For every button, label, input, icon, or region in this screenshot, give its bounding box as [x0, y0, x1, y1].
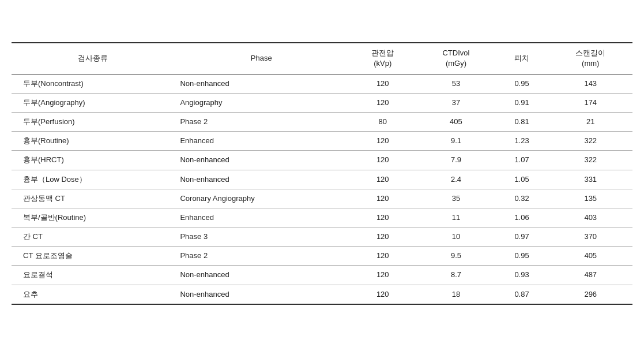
cell-phase: Phase 3 [174, 227, 348, 247]
col-sub: (mGy) [446, 59, 466, 68]
cell-pitch: 1.07 [495, 151, 549, 170]
col-sub: (mm) [582, 59, 599, 68]
col-label: 스캔길이 [575, 48, 605, 57]
table-row: 요추Non-enhanced120180.87296 [12, 285, 632, 304]
cell-exam: 흉부（Low Dose） [12, 170, 174, 189]
table-row: 흉부（Low Dose）Non-enhanced1202.41.05331 [12, 170, 632, 189]
cell-kvp: 120 [348, 266, 417, 285]
table-row: 두부(Perfusion)Phase 2804050.8121 [12, 112, 632, 131]
cell-exam: 간 CT [12, 227, 174, 247]
cell-phase: Angiography [174, 93, 348, 112]
col-header-exam: 검사종류 [12, 43, 174, 74]
table-row: 복부/골반(Routine)Enhanced120111.06403 [12, 208, 632, 227]
table-row: 두부(Noncontrast)Non-enhanced120530.95143 [12, 74, 632, 93]
cell-pitch: 1.06 [495, 208, 549, 227]
cell-scan: 322 [549, 151, 632, 170]
table-row: 흉부(Routine)Enhanced1209.11.23322 [12, 132, 632, 151]
cell-scan: 370 [549, 227, 632, 247]
cell-scan: 487 [549, 266, 632, 285]
cell-pitch: 0.93 [495, 266, 549, 285]
cell-exam: 흉부(Routine) [12, 132, 174, 151]
table-row: CT 요로조영술Phase 21209.50.95405 [12, 247, 632, 266]
cell-kvp: 120 [348, 74, 417, 93]
cell-ctdivol: 9.1 [417, 132, 495, 151]
col-header-phase: Phase [174, 43, 348, 74]
cell-pitch: 1.05 [495, 170, 549, 189]
cell-kvp: 120 [348, 93, 417, 112]
cell-kvp: 120 [348, 285, 417, 304]
cell-phase: Coronary Angiography [174, 189, 348, 208]
cell-ctdivol: 10 [417, 227, 495, 247]
cell-ctdivol: 53 [417, 74, 495, 93]
cell-scan: 322 [549, 132, 632, 151]
cell-pitch: 0.81 [495, 112, 549, 131]
cell-pitch: 0.95 [495, 247, 549, 266]
col-header-ctdivol: CTDIvol(mGy) [417, 43, 495, 74]
cell-phase: Enhanced [174, 208, 348, 227]
cell-exam: 복부/골반(Routine) [12, 208, 174, 227]
cell-ctdivol: 11 [417, 208, 495, 227]
cell-phase: Phase 2 [174, 247, 348, 266]
cell-kvp: 120 [348, 247, 417, 266]
cell-scan: 405 [549, 247, 632, 266]
cell-exam: 두부(Angiography) [12, 93, 174, 112]
table-row: 두부(Angiography)Angiography120370.91174 [12, 93, 632, 112]
cell-kvp: 120 [348, 227, 417, 247]
cell-exam: 흉부(HRCT) [12, 151, 174, 170]
cell-exam: 두부(Noncontrast) [12, 74, 174, 93]
cell-exam: CT 요로조영술 [12, 247, 174, 266]
cell-scan: 296 [549, 285, 632, 304]
table-row: 간 CTPhase 3120100.97370 [12, 227, 632, 247]
col-sub: (kVp) [374, 59, 391, 68]
cell-ctdivol: 7.9 [417, 151, 495, 170]
cell-pitch: 0.87 [495, 285, 549, 304]
cell-ctdivol: 18 [417, 285, 495, 304]
cell-ctdivol: 35 [417, 189, 495, 208]
table-header-row: 검사종류 Phase 관전압(kVp) CTDIvol(mGy) 피치 스캔길이… [12, 43, 632, 74]
cell-scan: 174 [549, 93, 632, 112]
cell-kvp: 120 [348, 170, 417, 189]
col-label: CTDIvol [442, 48, 469, 57]
cell-exam: 요추 [12, 285, 174, 304]
table-row: 흉부(HRCT)Non-enhanced1207.91.07322 [12, 151, 632, 170]
cell-kvp: 120 [348, 151, 417, 170]
cell-pitch: 1.23 [495, 132, 549, 151]
cell-kvp: 120 [348, 132, 417, 151]
cell-pitch: 0.91 [495, 93, 549, 112]
cell-scan: 143 [549, 74, 632, 93]
cell-exam: 두부(Perfusion) [12, 112, 174, 131]
col-header-pitch: 피치 [495, 43, 549, 74]
cell-kvp: 120 [348, 208, 417, 227]
col-label: 관전압 [371, 48, 394, 57]
col-label: 검사종류 [78, 54, 108, 62]
cell-kvp: 80 [348, 112, 417, 131]
cell-exam: 관상동맥 CT [12, 189, 174, 208]
cell-phase: Non-enhanced [174, 151, 348, 170]
cell-phase: Non-enhanced [174, 266, 348, 285]
col-header-kvp: 관전압(kVp) [348, 43, 417, 74]
cell-pitch: 0.32 [495, 189, 549, 208]
table-row: 요로결석Non-enhanced1208.70.93487 [12, 266, 632, 285]
cell-ctdivol: 9.5 [417, 247, 495, 266]
cell-pitch: 0.95 [495, 74, 549, 93]
cell-phase: Non-enhanced [174, 170, 348, 189]
cell-scan: 331 [549, 170, 632, 189]
cell-scan: 135 [549, 189, 632, 208]
cell-phase: Non-enhanced [174, 74, 348, 93]
cell-kvp: 120 [348, 189, 417, 208]
data-table: 검사종류 Phase 관전압(kVp) CTDIvol(mGy) 피치 스캔길이… [12, 42, 632, 305]
cell-phase: Phase 2 [174, 112, 348, 131]
cell-ctdivol: 8.7 [417, 266, 495, 285]
col-label: Phase [251, 54, 272, 62]
cell-phase: Enhanced [174, 132, 348, 151]
col-header-scan-length: 스캔길이(mm) [549, 43, 632, 74]
cell-pitch: 0.97 [495, 227, 549, 247]
cell-ctdivol: 37 [417, 93, 495, 112]
cell-phase: Non-enhanced [174, 285, 348, 304]
table-row: 관상동맥 CTCoronary Angiography120350.32135 [12, 189, 632, 208]
cell-scan: 21 [549, 112, 632, 131]
main-container: 검사종류 Phase 관전압(kVp) CTDIvol(mGy) 피치 스캔길이… [12, 42, 632, 305]
cell-ctdivol: 2.4 [417, 170, 495, 189]
cell-scan: 403 [549, 208, 632, 227]
cell-exam: 요로결석 [12, 266, 174, 285]
